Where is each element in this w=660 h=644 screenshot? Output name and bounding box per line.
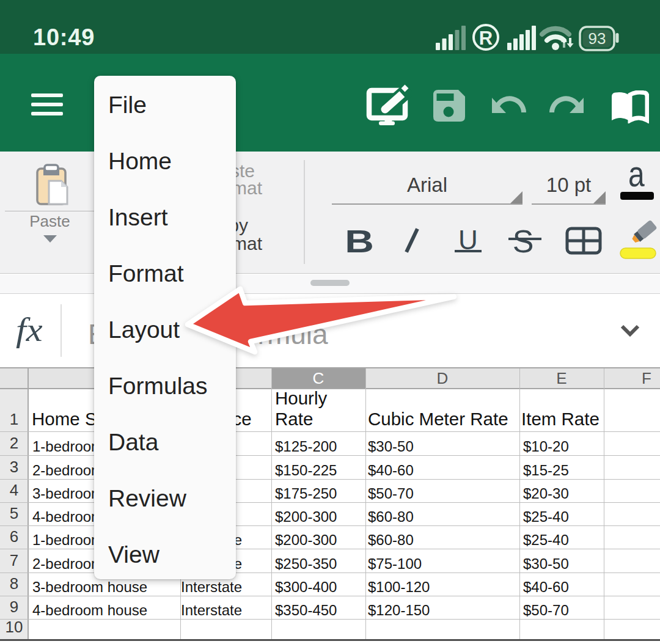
svg-text:R: R: [479, 27, 493, 49]
svg-text:93: 93: [588, 29, 606, 48]
